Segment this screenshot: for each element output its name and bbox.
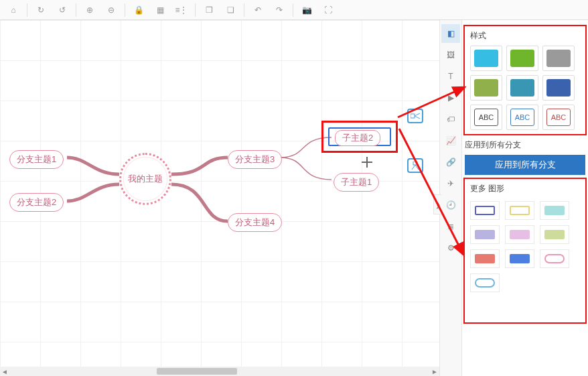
style-swatch-grid: ABCABCABC: [470, 46, 581, 130]
home-icon[interactable]: ⌂: [3, 1, 24, 19]
tag-icon[interactable]: 🏷: [441, 110, 460, 129]
more-shapes-section: 更多 图形: [463, 178, 587, 324]
shape-option-10[interactable]: [470, 273, 500, 292]
sub-topic-1-label: 子主题1: [341, 177, 372, 187]
toolbar-divider: [293, 3, 293, 17]
camera-icon[interactable]: 📷: [296, 1, 317, 19]
layers-icon[interactable]: ≣: [441, 217, 460, 236]
branch-topic-3[interactable]: 分支主题3: [228, 150, 282, 169]
style-swatch-abc-2[interactable]: ABC: [506, 105, 538, 130]
scroll-right-arrow[interactable]: ►: [430, 368, 439, 375]
video-icon[interactable]: ▶: [441, 88, 460, 107]
undo2-icon[interactable]: ↶: [247, 1, 269, 19]
sub-topic-2-label: 子主题2: [342, 133, 373, 143]
shape-option-2[interactable]: [505, 201, 534, 220]
branch-topic-1[interactable]: 分支主题1: [9, 150, 64, 169]
link-icon[interactable]: 🔗: [441, 153, 460, 172]
branch-topic-1-label: 分支主题1: [17, 154, 56, 164]
styles-header: 样式: [470, 30, 581, 42]
expand-icon[interactable]: ⛶: [317, 1, 339, 19]
style-swatch-abc-1[interactable]: ABC: [470, 105, 502, 130]
toolbar-divider: [76, 3, 76, 17]
style-swatch-5[interactable]: [506, 75, 538, 101]
redo-icon[interactable]: ↻: [30, 1, 52, 19]
undo-icon[interactable]: ↺: [52, 1, 73, 19]
grid-icon[interactable]: ▦: [149, 1, 171, 19]
apply-all-button[interactable]: 应用到所有分支: [465, 155, 585, 175]
add-child-icon[interactable]: [362, 157, 372, 168]
shape-option-5[interactable]: [505, 225, 534, 244]
shape-option-1[interactable]: [470, 201, 500, 220]
style-swatch-6[interactable]: [542, 75, 575, 101]
svg-rect-0: [411, 114, 415, 118]
chart-icon[interactable]: 📈: [441, 131, 460, 150]
shape-option-4[interactable]: [470, 225, 500, 244]
branch-topic-2-label: 分支主题2: [17, 197, 56, 207]
toolbar-divider: [244, 3, 244, 17]
svg-line-5: [415, 165, 419, 170]
selection-highlight-inner: 子主题2: [328, 127, 391, 146]
shape-option-6[interactable]: [540, 225, 569, 244]
paste-icon[interactable]: ❏: [220, 1, 241, 19]
horizontal-scrollbar[interactable]: ◄ ►: [0, 367, 439, 376]
shape-panel: 思维导图图形 样式 ABCABCABC 应用到所有分支 应用到所有分支 更多 图…: [462, 0, 588, 376]
style-swatch-2[interactable]: [506, 46, 538, 71]
center-topic[interactable]: 我的主题: [119, 153, 171, 205]
toolbar-divider: [195, 3, 196, 17]
layout-option-icon-1[interactable]: [407, 109, 423, 123]
zoom-out-icon[interactable]: ⊖: [100, 1, 122, 19]
style-swatch-abc-3[interactable]: ABC: [542, 105, 575, 130]
toolbar-divider: [27, 3, 27, 17]
style-swatch-4[interactable]: [470, 75, 502, 101]
shape-option-7[interactable]: [470, 249, 500, 268]
svg-line-2: [415, 116, 420, 119]
more-shapes-grid: [470, 198, 581, 292]
shape-option-3[interactable]: [540, 201, 569, 220]
branch-topic-4-label: 分支主题4: [235, 217, 275, 227]
style-swatch-3[interactable]: [542, 46, 575, 71]
center-topic-label: 我的主题: [128, 173, 163, 185]
svg-rect-3: [413, 162, 417, 165]
sub-topic-1[interactable]: 子主题1: [334, 173, 379, 192]
branch-topic-3-label: 分支主题3: [235, 154, 275, 164]
top-toolbar: ⌂↻↺⊕⊖🔒▦≡⋮❐❏↶↷📷⛶: [0, 0, 588, 20]
styles-section: 样式 ABCABCABC: [463, 25, 587, 135]
redo2-icon[interactable]: ↷: [269, 1, 290, 19]
lock-icon[interactable]: 🔒: [128, 1, 149, 19]
svg-line-1: [415, 113, 420, 116]
branch-topic-4[interactable]: 分支主题4: [228, 213, 282, 232]
image-icon[interactable]: 🖼: [441, 46, 460, 64]
svg-line-4: [412, 165, 415, 170]
scroll-thumb[interactable]: [157, 368, 237, 375]
toolbar-divider: [125, 3, 125, 17]
sub-topic-2[interactable]: 子主题2: [335, 130, 380, 146]
style-swatch-1[interactable]: [470, 46, 502, 71]
zoom-in-icon[interactable]: ⊕: [79, 1, 100, 19]
scroll-left-arrow[interactable]: ◄: [0, 368, 9, 375]
align-icon[interactable]: ≡⋮: [171, 1, 192, 19]
shapes-icon[interactable]: ◧: [441, 24, 460, 43]
shape-option-9[interactable]: [540, 249, 569, 268]
settings-icon[interactable]: ⚙: [441, 239, 460, 257]
side-icon-strip: ❯ ◧🖼T▶🏷📈🔗✈🕘≣⚙: [439, 20, 462, 376]
apply-header: 应用到所有分支: [465, 139, 585, 151]
branch-topic-2[interactable]: 分支主题2: [9, 193, 64, 212]
copy-icon[interactable]: ❐: [198, 1, 220, 19]
history-icon[interactable]: 🕘: [441, 196, 460, 214]
mindmap-canvas[interactable]: 我的主题 分支主题1 分支主题2 分支主题3 分支主题4 子主题1 子主题2 ◄…: [0, 20, 439, 376]
connectors: [0, 20, 439, 376]
more-shapes-header: 更多 图形: [470, 183, 581, 194]
shape-option-8[interactable]: [505, 249, 534, 268]
text-icon[interactable]: T: [441, 67, 460, 86]
collapse-panel-chevron[interactable]: ❯: [433, 194, 441, 214]
plane-icon[interactable]: ✈: [441, 174, 460, 193]
layout-option-icon-2[interactable]: [407, 158, 423, 173]
